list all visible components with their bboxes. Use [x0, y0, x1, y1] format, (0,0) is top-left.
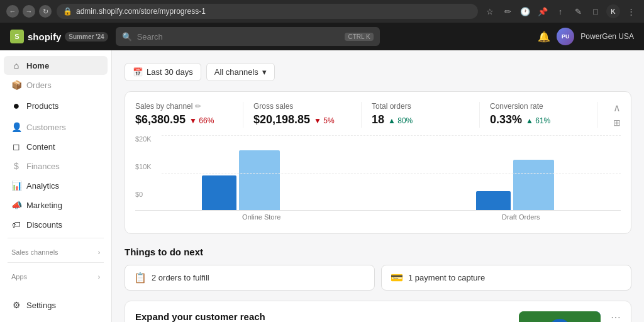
calendar-icon: 📅	[133, 67, 143, 77]
expand-card-image	[519, 311, 601, 322]
channel-filter-label: All channels	[214, 67, 258, 77]
metric-sales-by-channel: Sales by channel ✏ $6,380.95 ▼ 66%	[135, 102, 243, 128]
sales-change: ▼ 66%	[189, 116, 214, 125]
sales-value: $6,380.95	[135, 113, 186, 126]
sidebar-bottom: ⚙ Settings	[0, 296, 111, 314]
sales-channel-metric-label: Sales by channel	[135, 102, 192, 111]
x-label-draft-orders: Draft Orders	[421, 213, 621, 221]
products-icon: ●	[11, 99, 21, 113]
conversion-rate-value: 0.33%	[490, 113, 522, 126]
bookmark-icon[interactable]: ☆	[483, 4, 497, 18]
user-avatar[interactable]: PU	[557, 28, 574, 45]
metric-total-orders: Total orders 18 ▲ 80%	[372, 102, 480, 128]
conversion-rate-title: Conversion rate	[490, 102, 587, 111]
y-label-0: $0	[135, 191, 159, 198]
sidebar-item-marketing[interactable]: 📣 Marketing	[4, 196, 108, 214]
search-shortcut-badge: CTRL K	[345, 33, 373, 41]
sales-channels-label: Sales channels	[11, 248, 58, 256]
y-label-20k: $20K	[135, 135, 159, 143]
history-icon[interactable]: 🕐	[518, 4, 532, 18]
sidebar-item-analytics[interactable]: 📊 Analytics	[4, 176, 108, 195]
capture-payment-button[interactable]: 💳 1 payment to capture	[381, 265, 631, 291]
sidebar-label-customers: Customers	[26, 123, 66, 132]
sidebar-label-content: Content	[26, 142, 55, 152]
menu-icon[interactable]: ⋮	[624, 4, 638, 18]
shopify-wordmark: shopify	[28, 31, 61, 42]
capture-payment-label: 1 payment to capture	[408, 273, 485, 282]
chart-group-draft-orders	[409, 160, 621, 210]
bar-draft-orders-light	[513, 160, 554, 210]
sidebar-label-settings: Settings	[26, 301, 56, 310]
content-icon: ◻	[11, 142, 21, 152]
fulfill-orders-label: 2 orders to fulfill	[152, 273, 209, 282]
metric-gross-sales: Gross sales $20,198.85 ▼ 5%	[253, 102, 362, 128]
search-placeholder: Search	[137, 32, 163, 42]
search-icon: 🔍	[122, 32, 132, 42]
url-lock-icon: 🔒	[63, 7, 72, 16]
metric-conversion-rate: Conversion rate 0.33% ▲ 61%	[490, 102, 598, 128]
pen-icon[interactable]: ✏	[501, 4, 514, 18]
chart-inner: $20K $10K $0	[135, 135, 621, 211]
url-bar[interactable]: 🔒 admin.shopify.com/store/myprogress-1	[57, 4, 478, 19]
sidebar-item-content[interactable]: ◻ Content	[4, 137, 108, 156]
url-text: admin.shopify.com/store/myprogress-1	[76, 7, 206, 16]
pin-icon[interactable]: 📌	[536, 4, 550, 18]
edit-metric-icon[interactable]: ✏	[195, 102, 201, 111]
sidebar-item-products[interactable]: ● Products	[4, 95, 108, 117]
sidebar-section-sales-channels[interactable]: Sales channels ›	[0, 242, 111, 258]
bar-online-store-light	[239, 150, 280, 210]
settings-icon: ⚙	[11, 300, 21, 310]
sidebar-label-analytics: Analytics	[26, 181, 59, 191]
sales-channels-arrow-icon: ›	[98, 249, 100, 256]
notification-bell-icon[interactable]: 🔔	[538, 31, 550, 43]
fulfill-orders-button[interactable]: 📋 2 orders to fulfill	[125, 265, 375, 291]
browser-nav-controls: ← → ↻	[6, 5, 52, 18]
channel-filter-button[interactable]: All channels ▾	[206, 63, 275, 81]
card-collapse-icon[interactable]: ∧	[613, 102, 621, 114]
gross-sales-title: Gross sales	[253, 102, 351, 111]
card-more-options-icon[interactable]: ⋯	[611, 311, 621, 322]
share-icon[interactable]: ↑	[553, 4, 567, 18]
orders-icon: 📦	[11, 80, 21, 90]
chart-x-axis: Online Store Draft Orders	[162, 213, 621, 221]
discounts-icon: 🏷	[11, 219, 21, 230]
sidebar-section-apps[interactable]: Apps ›	[0, 267, 111, 283]
nav-right-section: 🔔 PU PowerGen USA	[538, 28, 634, 45]
summer-badge: Summer '24	[65, 32, 108, 42]
gridline-top	[162, 135, 621, 136]
chart-metrics-header: Sales by channel ✏ $6,380.95 ▼ 66% Gross…	[135, 102, 621, 128]
date-filter-button[interactable]: 📅 Last 30 days	[125, 63, 201, 81]
expand-card-title: Expand your customer reach	[135, 311, 509, 322]
browser-action-icons: ☆ ✏ 🕐 📌 ↑ ✎ □ K ⋮	[483, 4, 638, 18]
gross-sales-value: $20,198.85	[253, 113, 310, 126]
sidebar-item-finances[interactable]: $ Finances	[4, 157, 108, 175]
global-search[interactable]: 🔍 Search CTRL K	[116, 27, 380, 46]
expand-customer-reach-card: Expand your customer reach Grow your cus…	[125, 301, 631, 322]
sidebar-item-settings[interactable]: ⚙ Settings	[4, 296, 108, 314]
sidebar-item-customers[interactable]: 👤 Customers	[4, 118, 108, 136]
home-icon: ⌂	[11, 60, 21, 70]
sidebar-item-discounts[interactable]: 🏷 Discounts	[4, 215, 108, 234]
total-orders-change: ▲ 80%	[388, 116, 413, 125]
edit2-icon[interactable]: ✎	[571, 4, 585, 18]
analytics-icon: 📊	[11, 180, 21, 191]
back-button[interactable]: ←	[6, 5, 19, 18]
account-icon[interactable]: K	[606, 4, 620, 18]
x-label-online-store: Online Store	[162, 213, 361, 221]
refresh-button[interactable]: ↻	[39, 5, 52, 18]
card-expand-icon[interactable]: ⊞	[613, 118, 621, 128]
sidebar-label-marketing: Marketing	[26, 201, 62, 210]
shopify-logo: S shopify Summer '24	[10, 30, 108, 43]
sidebar-item-home[interactable]: ⌂ Home	[4, 56, 108, 75]
gridline-mid	[162, 173, 621, 174]
chart-y-axis: $20K $10K $0	[135, 135, 159, 198]
marketing-icon: 📣	[11, 200, 21, 210]
forward-button[interactable]: →	[23, 5, 35, 18]
sidebar-item-orders[interactable]: 📦 Orders	[4, 75, 108, 94]
sales-chart-card: Sales by channel ✏ $6,380.95 ▼ 66% Gross…	[125, 91, 631, 234]
sidebar-label-products: Products	[26, 101, 58, 111]
extensions-icon[interactable]: □	[589, 4, 602, 18]
payment-icon: 💳	[391, 272, 403, 284]
sidebar-label-home: Home	[26, 61, 49, 70]
user-name-label: PowerGen USA	[580, 32, 634, 41]
